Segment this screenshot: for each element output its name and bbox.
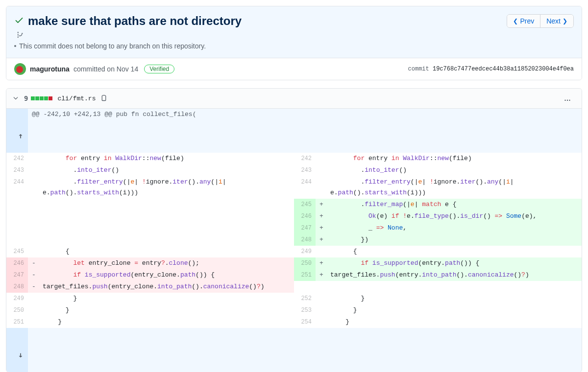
gutter-right [316,246,326,257]
diff-row: 248-target_files.push(entry_clone.into_p… [6,281,582,293]
line-number-right[interactable]: 242 [294,153,316,164]
line-number-left[interactable] [6,199,28,210]
copy-path-button[interactable] [100,94,107,103]
gutter-right: + [316,199,326,210]
line-number-left[interactable]: 250 [6,304,28,316]
code-left[interactable]: target_files.push(entry_clone.into_path(… [39,281,294,293]
code-right[interactable]: }) [326,234,582,246]
diffstat[interactable]: 9 [24,94,52,102]
diff-row: 245+ .filter_map(|e| match e { [6,199,582,210]
line-number-right[interactable]: 251 [294,269,316,281]
expand-down-row[interactable] [6,328,582,372]
code-left[interactable] [39,222,294,234]
line-number-right[interactable]: 243 [294,164,316,176]
line-number-left[interactable]: 247 [6,269,28,281]
diff-row: 246- let entry_clone = entry?.clone();25… [6,257,582,269]
gutter-right [316,153,326,164]
line-number-right[interactable]: 247 [294,222,316,234]
line-number-left[interactable] [6,210,28,222]
code-right[interactable]: } [326,293,582,304]
code-right[interactable]: { [326,246,582,257]
file-path[interactable]: cli/fmt.rs [57,95,96,102]
diff-row: 242 for entry in WalkDir::new(file)242 f… [6,153,582,164]
gutter-left: - [28,257,39,269]
gutter-right: + [316,222,326,234]
verified-badge[interactable]: Verified [144,65,174,73]
line-number-right[interactable]: 252 [294,293,316,304]
line-number-left[interactable]: 242 [6,153,28,164]
code-left[interactable]: let entry_clone = entry?.clone(); [39,257,294,269]
line-number-right[interactable]: 244 [294,176,316,199]
gutter-left [28,222,39,234]
line-number-right[interactable] [294,281,316,293]
code-right[interactable]: Ok(e) if !e.file_type().is_dir() => Some… [326,210,582,222]
line-number-right[interactable]: 245 [294,199,316,210]
prev-button[interactable]: ❮ Prev [507,15,540,27]
commit-sha-value[interactable]: 19c768c7477eedcec44b38a11852023004e4f0ea [433,66,574,72]
gutter-right [316,316,326,328]
line-number-left[interactable] [6,222,28,234]
next-button[interactable]: Next ❯ [540,15,573,27]
gutter-left [28,164,39,176]
line-number-left[interactable]: 248 [6,281,28,293]
line-number-left[interactable]: 249 [6,293,28,304]
code-left[interactable]: if is_supported(entry_clone.path()) { [39,269,294,281]
line-number-right[interactable]: 246 [294,210,316,222]
line-number-left[interactable]: 244 [6,176,28,199]
code-right[interactable]: target_files.push(entry.into_path().cano… [326,269,582,281]
code-left[interactable]: } [39,316,294,328]
code-right[interactable] [326,281,582,293]
code-left[interactable] [39,199,294,210]
line-number-right[interactable]: 248 [294,234,316,246]
code-left[interactable]: } [39,293,294,304]
collapse-file-button[interactable] [12,94,19,103]
chevron-right-icon: ❯ [563,18,567,24]
line-number-left[interactable]: 251 [6,316,28,328]
code-left[interactable]: } [39,304,294,316]
code-right[interactable]: } [326,304,582,316]
code-right[interactable]: } [326,316,582,328]
code-right[interactable]: .filter_map(|e| match e { [326,199,582,210]
line-number-left[interactable]: 243 [6,164,28,176]
line-number-left[interactable]: 245 [6,246,28,257]
code-left[interactable]: for entry in WalkDir::new(file) [39,153,294,164]
line-number-right[interactable]: 249 [294,246,316,257]
commit-header: make sure that paths are not directory T… [6,6,582,80]
expand-up-row[interactable]: @@ -242,10 +242,13 @@ pub fn collect_fil… [6,109,582,153]
line-number-left[interactable] [6,234,28,246]
code-right[interactable]: if is_supported(entry.path()) { [326,257,582,269]
diff-row: 247+ _ => None, [6,222,582,234]
avatar[interactable] [14,63,26,75]
line-number-right[interactable]: 254 [294,316,316,328]
commit-sha: commit 19c768c7477eedcec44b38a1185202300… [408,66,574,72]
gutter-right: + [316,210,326,222]
file-menu-button[interactable]: … [560,93,576,104]
code-left[interactable]: .filter_entry(|e| !ignore.iter().any(|i|… [39,176,294,199]
code-right[interactable]: for entry in WalkDir::new(file) [326,153,582,164]
commit-header-top: make sure that paths are not directory T… [6,6,582,58]
gutter-left [28,246,39,257]
line-number-left[interactable]: 246 [6,257,28,269]
commit-title: make sure that paths are not directory [14,14,242,28]
file-diff: 9 cli/fmt.rs … @@ -242,10 +242,13 @@ pub… [6,88,582,372]
gutter-left [28,153,39,164]
line-number-right[interactable]: 250 [294,257,316,269]
diff-row: 245 {249 { [6,246,582,257]
commit-meta-row: magurotuna committed on Nov 14 Verified … [6,58,582,80]
commit-branch-note: This commit does not belong to any branc… [14,42,242,50]
code-left[interactable]: { [39,246,294,257]
diff-row: 247- if is_supported(entry_clone.path())… [6,269,582,281]
commit-nav: ❮ Prev Next ❯ [507,14,574,28]
code-left[interactable] [39,210,294,222]
code-right[interactable]: .filter_entry(|e| !ignore.iter().any(|i|… [326,176,582,199]
code-right[interactable]: _ => None, [326,222,582,234]
code-left[interactable]: .into_iter() [39,164,294,176]
gutter-left: - [28,269,39,281]
code-right[interactable]: .into_iter() [326,164,582,176]
diff-row: 250 }253 } [6,304,582,316]
author-link[interactable]: magurotuna [30,65,70,73]
gutter-left [28,304,39,316]
line-number-right[interactable]: 253 [294,304,316,316]
chevron-left-icon: ❮ [513,18,518,24]
code-left[interactable] [39,234,294,246]
